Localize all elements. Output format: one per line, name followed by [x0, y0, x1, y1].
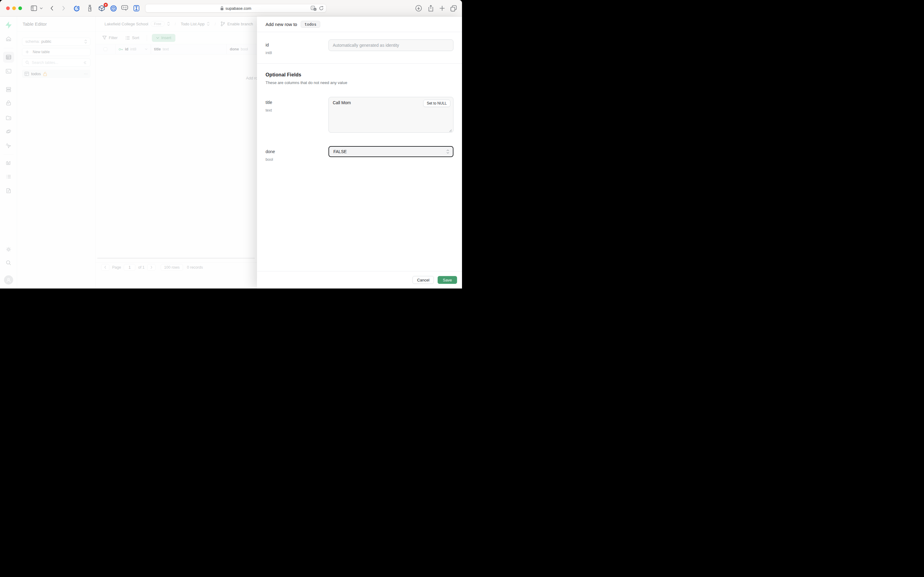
address-bar[interactable]: supabase.com Ax	[145, 4, 326, 13]
tabs-icon	[451, 5, 457, 11]
extension-clock-button[interactable]	[73, 4, 80, 12]
close-window-button[interactable]	[6, 6, 10, 10]
id-input[interactable]	[328, 39, 454, 51]
resize-handle-icon[interactable]	[449, 129, 452, 132]
supabase-app: Table Editor schema: public New table Se…	[0, 16, 462, 288]
sidebar-toggle-icon	[31, 5, 37, 11]
optional-fields-subtitle: These are columns that do not need any v…	[266, 81, 454, 85]
set-to-null-label: Set to NULL	[427, 101, 447, 105]
translate-icon[interactable]: Ax	[311, 6, 317, 11]
sidebar-toggle-button[interactable]	[30, 4, 38, 12]
field-name-title: title	[266, 100, 328, 105]
speech-bubble-extension-icon	[121, 5, 128, 11]
cancel-button[interactable]: Cancel	[412, 276, 434, 284]
extension-speech-button[interactable]	[121, 4, 129, 12]
extension-box-button[interactable]: ♥	[98, 4, 106, 12]
extension-instapaper-button[interactable]	[132, 4, 140, 12]
share-button[interactable]	[427, 4, 435, 12]
extension-bottle-button[interactable]	[86, 4, 94, 12]
onepassword-extension-icon	[110, 5, 117, 11]
field-row-done: done bool FALSE	[257, 146, 462, 162]
forward-button[interactable]	[60, 4, 68, 12]
modal-backdrop[interactable]	[0, 16, 257, 288]
panel-header: Add new row to todos	[257, 16, 462, 32]
field-name-id: id	[266, 42, 328, 47]
field-name-done: done	[266, 149, 328, 154]
optional-fields-section: Optional Fields These are columns that d…	[257, 64, 462, 85]
browser-toolbar: ♥ supabase.com Ax	[0, 0, 462, 16]
save-label: Save	[443, 278, 452, 282]
instapaper-extension-icon	[134, 5, 139, 11]
field-row-title: title text Call Mom Set to NULL	[257, 97, 462, 134]
panel-footer: Cancel Save	[257, 271, 462, 288]
cancel-label: Cancel	[417, 278, 429, 282]
done-select[interactable]: FALSE	[328, 146, 454, 157]
svg-text:x: x	[314, 8, 316, 10]
download-icon	[415, 5, 422, 11]
field-type-done: bool	[266, 157, 328, 162]
zoom-window-button[interactable]	[18, 6, 22, 10]
forward-icon	[62, 6, 65, 11]
field-type-id: int8	[266, 50, 328, 55]
panel-body: id int8 Optional Fields These are column…	[257, 32, 462, 271]
svg-text:A: A	[312, 6, 314, 10]
spray-bottle-extension-icon	[88, 5, 92, 11]
chevron-down-icon	[40, 7, 43, 9]
minimize-window-button[interactable]	[12, 6, 16, 10]
panel-title: Add new row to	[266, 22, 297, 27]
clock-extension-icon	[74, 5, 80, 11]
sidebar-chevron-button[interactable]	[39, 4, 44, 12]
plus-icon	[439, 5, 445, 11]
share-icon	[428, 5, 434, 11]
back-icon	[50, 6, 53, 11]
heart-badge-icon: ♥	[104, 3, 108, 7]
tab-overview-button[interactable]	[449, 4, 457, 12]
browser-window: ♥ supabase.com Ax	[0, 0, 462, 288]
select-chevrons-icon	[446, 150, 449, 154]
reload-icon[interactable]	[319, 6, 324, 11]
add-row-panel: Add new row to todos id int8 Optional Fi…	[257, 16, 462, 288]
set-to-null-button[interactable]: Set to NULL	[423, 100, 451, 107]
url-text: supabase.com	[225, 6, 251, 11]
optional-fields-heading: Optional Fields	[266, 72, 454, 77]
field-type-title: text	[266, 108, 328, 113]
field-row-id: id int8	[257, 32, 462, 55]
table-name-chip: todos	[301, 21, 320, 28]
done-select-value: FALSE	[333, 149, 347, 154]
lock-icon	[220, 6, 224, 10]
new-tab-button[interactable]	[438, 4, 446, 12]
extension-1password-button[interactable]	[109, 4, 118, 12]
back-button[interactable]	[48, 4, 56, 12]
save-button[interactable]: Save	[438, 276, 457, 284]
downloads-button[interactable]	[415, 4, 423, 12]
